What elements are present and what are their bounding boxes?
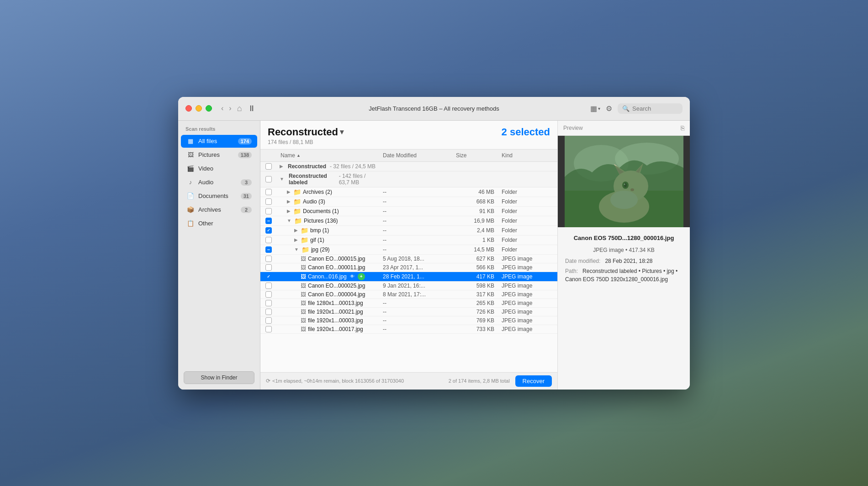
expand-arrow[interactable]: ▶	[286, 208, 291, 214]
item-checkbox[interactable]	[265, 256, 272, 262]
check-cell[interactable]	[260, 300, 277, 306]
check-cell[interactable]	[260, 326, 277, 332]
list-item[interactable]: ▶ 📁 Documents (1) -- 91 KB Folder	[260, 207, 557, 216]
list-item[interactable]: ▼ 📁 jpg (29) -- 14,5 MB Folder	[260, 245, 557, 255]
expand-arrow[interactable]: ▶	[293, 228, 299, 233]
maximize-button[interactable]	[206, 105, 212, 112]
check-cell[interactable]	[260, 208, 277, 214]
list-item-selected[interactable]: 🖼 Canon...016.jpg 👁 + 28 Feb 2021, 1... …	[260, 272, 557, 282]
item-checkbox[interactable]	[265, 300, 272, 306]
list-item[interactable]: 🖼 Canon EO...000025.jpg 9 Jan 2021, 16:.…	[260, 282, 557, 290]
list-item[interactable]: ▶ 📁 Audio (3) -- 668 KB Folder	[260, 197, 557, 207]
col-kind-header[interactable]: Kind	[498, 151, 557, 160]
check-cell[interactable]	[260, 264, 277, 271]
sidebar-item-label: Pictures	[198, 151, 234, 158]
close-button[interactable]	[185, 105, 192, 112]
list-item[interactable]: ▼ 📁 Pictures (136) -- 16,9 MB Folder	[260, 216, 557, 226]
item-checkbox[interactable]	[265, 264, 272, 271]
expand-arrow[interactable]: ▶	[286, 189, 291, 194]
sidebar-item-other[interactable]: 📋 Other	[181, 217, 257, 230]
list-item[interactable]: 🖼 Canon EO...000011.jpg 23 Apr 2017, 1..…	[260, 263, 557, 272]
sidebar-item-video[interactable]: 🎬 Video	[181, 162, 257, 175]
check-cell[interactable]	[260, 198, 277, 205]
list-item[interactable]: ▶ 📁 gif (1) -- 1 KB Folder	[260, 235, 557, 245]
item-checkbox[interactable]	[265, 317, 272, 324]
folder-title[interactable]: Reconstructed ▾	[268, 126, 344, 138]
kind-cell: JPEG image	[498, 326, 557, 332]
preview-icon[interactable]: 👁	[349, 273, 356, 280]
group-checkbox[interactable]	[265, 163, 272, 170]
item-checkbox[interactable]	[265, 309, 272, 315]
check-cell[interactable]	[260, 283, 277, 289]
copy-icon[interactable]: ⎘	[681, 124, 684, 132]
sidebar-badge: 2	[241, 207, 252, 213]
check-cell[interactable]	[260, 256, 277, 262]
list-item[interactable]: 🖼 file 1920x1...00003.jpg -- 769 KB JPEG…	[260, 316, 557, 325]
kind-cell: Folder	[498, 189, 557, 195]
name-cell: 🖼 file 1280x1...00013.jpg	[277, 300, 379, 306]
show-in-finder-button[interactable]: Show in Finder	[184, 371, 254, 384]
list-item[interactable]: 🖼 Canon EO...000015.jpg 5 Aug 2018, 18..…	[260, 255, 557, 263]
item-checkbox[interactable]	[265, 198, 272, 205]
check-cell[interactable]	[260, 189, 277, 195]
expand-arrow[interactable]: ▼	[286, 218, 292, 223]
list-item[interactable]: ▶ 📁 Archives (2) -- 46 MB Folder	[260, 187, 557, 197]
forward-button[interactable]: ›	[227, 103, 233, 113]
item-checkbox[interactable]	[265, 283, 272, 289]
item-checkbox[interactable]	[265, 218, 272, 224]
list-item[interactable]: 🖼 file 1920x1...00017.jpg -- 733 KB JPEG…	[260, 325, 557, 334]
minimize-button[interactable]	[196, 105, 202, 112]
check-cell[interactable]	[260, 291, 277, 298]
items-count: 2 of 174 items, 2,8 MB total	[449, 378, 510, 384]
item-name: file 1920x1...00003.jpg	[308, 317, 363, 324]
list-item[interactable]: 🖼 file 1280x1...00013.jpg -- 265 KB JPEG…	[260, 299, 557, 308]
group-check[interactable]	[260, 163, 277, 170]
list-item[interactable]: ▶ 📁 bmp (1) -- 2,4 MB Folder	[260, 226, 557, 235]
search-input[interactable]	[632, 105, 678, 112]
sidebar-item-archives[interactable]: 📦 Archives 2	[181, 203, 257, 216]
item-checkbox[interactable]	[265, 227, 272, 234]
list-item[interactable]: 🖼 Canon EO...000004.jpg 8 Mar 2021, 17:.…	[260, 290, 557, 299]
pause-button[interactable]: ⏸	[248, 104, 256, 113]
group-checkbox[interactable]	[265, 176, 272, 182]
list-item[interactable]: 🖼 file 1920x1...00021.jpg -- 726 KB JPEG…	[260, 308, 557, 316]
name-cell: ▶ 📁 Audio (3)	[277, 198, 379, 205]
col-date-header[interactable]: Date Modified	[379, 151, 452, 160]
expand-arrow[interactable]: ▼	[279, 176, 285, 182]
sidebar-item-pictures[interactable]: 🖼 Pictures 138	[181, 149, 257, 161]
sidebar-item-documents[interactable]: 📄 Documents 31	[181, 190, 257, 203]
folder-icon: 📁	[293, 188, 301, 196]
expand-arrow[interactable]: ▶	[293, 237, 299, 242]
group-row-reconstructed[interactable]: ▶ Reconstructed - 32 files / 24,5 MB	[260, 162, 557, 171]
item-checkbox[interactable]	[265, 208, 272, 214]
expand-arrow[interactable]: ▼	[293, 247, 300, 252]
expand-arrow[interactable]: ▶	[279, 164, 284, 169]
view-button[interactable]: ▦ ▾	[590, 104, 600, 113]
item-checkbox[interactable]	[265, 189, 272, 195]
add-icon[interactable]: +	[358, 273, 365, 280]
name-cell: ▶ 📁 Documents (1)	[277, 208, 379, 215]
item-checkbox[interactable]	[265, 291, 272, 298]
check-cell[interactable]	[260, 309, 277, 315]
group-check[interactable]	[260, 176, 277, 182]
item-checkbox[interactable]	[265, 326, 272, 332]
check-cell[interactable]	[260, 246, 277, 253]
back-button[interactable]: ‹	[219, 103, 225, 113]
sidebar-item-all-files[interactable]: ▦ All files 174	[181, 135, 257, 148]
expand-arrow[interactable]: ▶	[286, 199, 291, 204]
check-cell[interactable]	[260, 273, 277, 280]
item-checkbox[interactable]	[265, 273, 272, 280]
home-button[interactable]: ⌂	[237, 104, 242, 113]
check-cell[interactable]	[260, 317, 277, 324]
sidebar-item-audio[interactable]: ♪ Audio 3	[181, 176, 257, 189]
col-size-header[interactable]: Size	[452, 151, 498, 160]
group-row-reconstructed-labeled[interactable]: ▼ Reconstructed labeled - 142 files / 63…	[260, 171, 557, 187]
check-cell[interactable]	[260, 237, 277, 243]
col-name-header[interactable]: Name ▲	[277, 151, 379, 160]
filter-button[interactable]: ⚙	[606, 104, 612, 113]
check-cell[interactable]	[260, 218, 277, 224]
item-checkbox[interactable]	[265, 246, 272, 253]
check-cell[interactable]	[260, 227, 277, 234]
recover-button[interactable]: Recover	[515, 375, 552, 387]
item-checkbox[interactable]	[265, 237, 272, 243]
